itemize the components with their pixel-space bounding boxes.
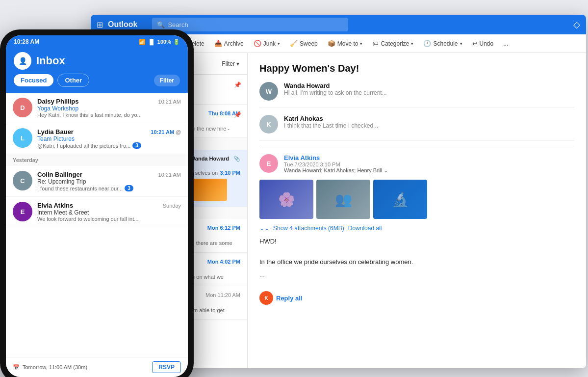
- chevron-down-icon: ▾: [360, 41, 362, 46]
- email-header: Lydia Bauer 10:21 AM @: [37, 128, 181, 135]
- email-preview: @Katri, I uploaded all the pictures fro.…: [37, 143, 130, 149]
- email-date: Tue 7/23/2020 3:10 PM: [284, 162, 388, 167]
- sweep-button[interactable]: 🧹 Sweep: [286, 38, 322, 49]
- phone-status-icons: 📶 ▐▌ 100% 🔋: [139, 39, 180, 45]
- phone-user-avatar[interactable]: 👤: [14, 52, 31, 70]
- avatar: L: [13, 128, 32, 148]
- categorize-label: Categorize: [381, 40, 409, 47]
- junk-label: Junk: [263, 40, 276, 47]
- email-subject: Yoga Workshop: [37, 105, 181, 112]
- email-preview: We look forward to welcoming our fall in…: [37, 216, 181, 222]
- schedule-button[interactable]: 🕐 Schedule ▾: [419, 38, 466, 49]
- email-subject: Re: Upcoming Trip: [37, 178, 181, 185]
- email-to: Wanda Howard; Katri Ahokas; Henry Brill …: [284, 167, 388, 174]
- avatar: E: [259, 154, 278, 173]
- photo-decoration: 🔬: [373, 180, 427, 219]
- phone-tab-focused[interactable]: Focused: [14, 74, 53, 86]
- main-sender-row: E Elvia Atkins Tue 7/23/2020 3:10 PM Wan…: [259, 154, 574, 174]
- reply-all-button[interactable]: K Reply all: [259, 288, 574, 308]
- reading-subject: Happy Women's Day!: [259, 63, 574, 74]
- battery-text: 100%: [157, 39, 171, 45]
- sender-name: Elvia Atkins: [284, 154, 388, 162]
- email-subject: Intern Meet & Greet: [37, 209, 181, 216]
- at-icon: @: [176, 129, 181, 135]
- schedule-icon: 🕐: [423, 40, 431, 47]
- schedule-label: Schedule: [433, 40, 458, 47]
- waffle-icon[interactable]: ⊞: [97, 20, 103, 29]
- signal-icon: ▐▌: [148, 39, 155, 45]
- main-sender-info: Elvia Atkins Tue 7/23/2020 3:10 PM Wanda…: [284, 154, 388, 174]
- email-preview: Hey Katri, I know this is last minute, d…: [37, 112, 181, 118]
- email-header: Colin Ballinger 10:21 AM: [37, 171, 181, 178]
- avatar: W: [259, 82, 278, 101]
- body-line1: HWD!: [259, 237, 574, 247]
- search-icon: 🔍: [157, 21, 165, 28]
- email-sender: Daisy Phillips: [37, 98, 79, 105]
- download-all-button[interactable]: Download all: [348, 225, 382, 232]
- reminder-text: Tomorrow, 11:00 AM (30m): [23, 364, 87, 370]
- email-content: Elvia Atkins Sunday Intern Meet & Greet …: [37, 202, 181, 222]
- reply-avatar: K: [259, 291, 273, 305]
- phone-inbox-title: Inbox: [36, 54, 65, 67]
- wifi-icon: 📶: [139, 39, 146, 45]
- attachment-photo: 🌸: [259, 180, 313, 219]
- undo-icon: ↩: [472, 40, 478, 47]
- premium-icon: ◇: [573, 19, 580, 30]
- list-item[interactable]: L Lydia Bauer 10:21 AM @ Team Pictures @…: [6, 123, 188, 154]
- move-icon: 📦: [328, 40, 335, 47]
- undo-button[interactable]: ↩ Undo: [468, 38, 498, 49]
- junk-button[interactable]: 🚫 Junk ▾: [250, 38, 284, 49]
- pin-icon: 📌: [234, 111, 241, 118]
- sweep-label: Sweep: [300, 40, 318, 47]
- list-item[interactable]: C Colin Ballinger 10:21 AM Re: Upcoming …: [6, 166, 188, 197]
- battery-icon: 🔋: [173, 39, 180, 45]
- archive-icon: 📥: [214, 40, 222, 47]
- sender-name: Katri Ahokas: [284, 115, 574, 122]
- email-time: 10:21 AM: [158, 172, 181, 178]
- sweep-icon: 🧹: [290, 40, 298, 47]
- more-label: ...: [503, 40, 508, 47]
- phone-tabs: Focused Other Filter: [14, 74, 180, 87]
- email-time: Mon 6:12 PM: [207, 225, 240, 232]
- avatar: C: [13, 171, 32, 190]
- phone-filter-button[interactable]: Filter: [154, 75, 180, 86]
- email-time: 3:10 PM: [220, 170, 240, 176]
- more-button[interactable]: ...: [499, 38, 512, 49]
- email-body: HWD! In the office we pride ourselves on…: [259, 237, 574, 267]
- sender-preview: I think that the Last time I checked...: [284, 122, 574, 129]
- photo-decoration: 🌸: [259, 180, 313, 219]
- filter-label: Filter: [222, 60, 235, 67]
- sender-preview: Hi all, I'm writing to ask on the curren…: [284, 89, 574, 96]
- email-time: 10:21 AM @: [151, 129, 181, 135]
- archive-button[interactable]: 📥 Archive: [210, 38, 248, 49]
- phone-bottom-bar: 📅 Tomorrow, 11:00 AM (30m) RSVP: [6, 357, 188, 377]
- sender-info: Wanda Howard Hi all, I'm writing to ask …: [284, 82, 574, 96]
- unread-badge: 3: [125, 185, 133, 191]
- list-item[interactable]: D Daisy Phillips 10:21 AM Yoga Workshop …: [6, 93, 188, 123]
- email-content: Daisy Phillips 10:21 AM Yoga Workshop He…: [37, 98, 181, 118]
- search-input[interactable]: [168, 21, 343, 28]
- email-header: Daisy Phillips 10:21 AM: [37, 98, 181, 105]
- rsvp-button[interactable]: RSVP: [152, 361, 181, 373]
- phone-status-bar: 10:28 AM 📶 ▐▌ 100% 🔋: [6, 35, 188, 48]
- email-time: Mon 11:20 AM: [205, 292, 240, 299]
- archive-label: Archive: [224, 40, 244, 47]
- attachments-info: ⌄⌄ Show 4 attachments (6MB) Download all: [259, 225, 574, 232]
- phone-header: 👤 Inbox Focused Other Filter: [6, 48, 188, 93]
- phone-screen: 10:28 AM 📶 ▐▌ 100% 🔋 👤 Inbox Focused: [6, 35, 188, 377]
- phone-container: 10:28 AM 📶 ▐▌ 100% 🔋 👤 Inbox Focused: [0, 29, 201, 373]
- email-sender: Elvia Atkins: [37, 202, 73, 209]
- list-item[interactable]: E Elvia Atkins Sunday Intern Meet & Gree…: [6, 197, 188, 227]
- phone-time: 10:28 AM: [14, 38, 39, 45]
- email-time: Mon 4:02 PM: [207, 259, 240, 266]
- reading-pane: Happy Women's Day! W Wanda Howard Hi all…: [248, 53, 586, 368]
- avatar: K: [259, 115, 278, 134]
- categorize-button[interactable]: 🏷 Categorize ▾: [368, 38, 417, 49]
- reading-attachments: 🌸 👥 🔬: [259, 180, 574, 219]
- sender-name: Wanda Howard: [284, 82, 574, 89]
- attachments-label[interactable]: Show 4 attachments (6MB): [273, 225, 344, 232]
- expand-icon[interactable]: ⌄: [383, 167, 388, 173]
- phone-tab-other[interactable]: Other: [57, 74, 89, 87]
- move-to-button[interactable]: 📦 Move to ▾: [324, 38, 367, 49]
- filter-button[interactable]: Filter ▾: [222, 60, 239, 67]
